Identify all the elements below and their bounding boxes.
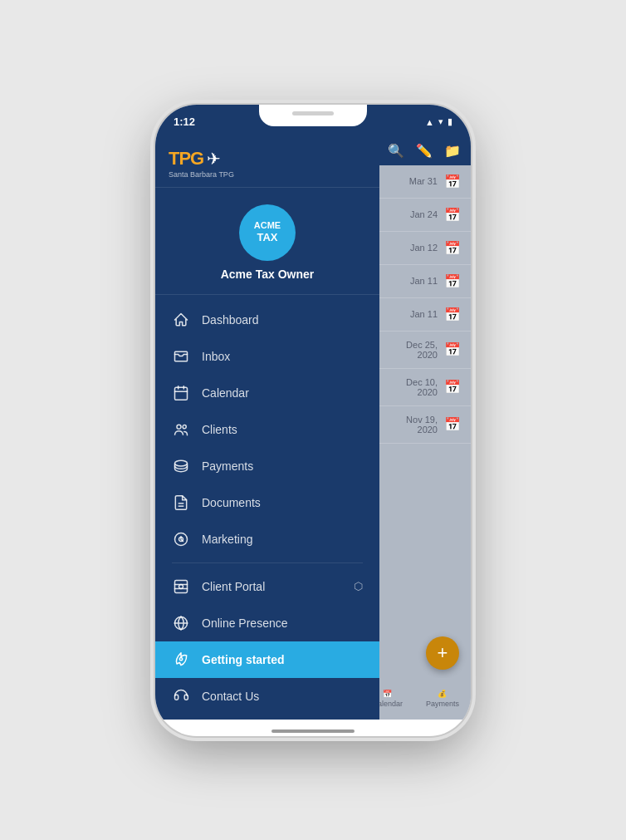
svg-rect-9 <box>175 580 188 592</box>
nav-list: Dashboard Inbox Calendar <box>155 295 379 720</box>
fab-button[interactable]: + <box>426 636 459 670</box>
sidebar-item-clients[interactable]: Clients <box>155 411 379 448</box>
sidebar-item-calendar[interactable]: Calendar <box>155 375 379 411</box>
date-label-4: Jan 11 <box>410 309 438 319</box>
battery-icon: ▮ <box>447 116 452 127</box>
svg-point-12 <box>179 657 182 660</box>
search-icon[interactable]: 🔍 <box>388 143 404 159</box>
calendar-check-icon-6: 📅 <box>444 379 461 395</box>
sidebar: TPG ✈ Santa Barbara TPG ACME TAX Acme Ta… <box>155 136 379 720</box>
calendar-check-icon-7: 📅 <box>444 416 461 432</box>
clients-label: Clients <box>202 423 363 436</box>
calendar-label: Calendar <box>202 386 363 400</box>
marketing-icon <box>172 530 190 548</box>
online-presence-label: Online Presence <box>202 616 363 630</box>
calendar-check-icon-2: 📅 <box>444 240 461 256</box>
date-label-0: Mar 31 <box>409 176 438 186</box>
avatar-line2: TAX <box>257 231 277 244</box>
signal-icon: ▲ <box>425 117 434 127</box>
portal-icon <box>172 577 190 596</box>
calendar-check-icon-5: 📅 <box>444 341 461 357</box>
payments-tab-icon: 💰 <box>438 690 447 698</box>
date-item: Jan 24 📅 <box>379 199 471 232</box>
date-item: Mar 31 📅 <box>379 165 471 199</box>
phone-frame: 1:12 ▲ ▾ ▮ TPG ✈ <box>155 105 471 736</box>
sidebar-item-contact-us[interactable]: Contact Us <box>155 678 379 715</box>
sidebar-item-payments[interactable]: Payments <box>155 448 379 484</box>
folder-icon[interactable]: 📁 <box>444 143 461 159</box>
sidebar-item-inbox[interactable]: Inbox <box>155 338 379 375</box>
svg-point-3 <box>183 425 186 428</box>
date-item: Jan 12 📅 <box>379 232 471 265</box>
getting-started-label: Getting started <box>202 653 363 666</box>
date-label-1: Jan 24 <box>410 209 438 219</box>
calendar-check-icon-4: 📅 <box>444 307 461 322</box>
marketing-label: Marketing <box>202 533 363 546</box>
date-item: Jan 11 📅 <box>379 298 471 332</box>
avatar: ACME TAX <box>239 204 296 261</box>
sidebar-item-client-portal[interactable]: Client Portal ⬡ <box>155 568 379 605</box>
screen: TPG ✈ Santa Barbara TPG ACME TAX Acme Ta… <box>155 136 471 720</box>
svg-rect-1 <box>175 387 188 400</box>
logo-text: TPG <box>169 148 203 169</box>
documents-label: Documents <box>202 496 363 509</box>
logo-icon: ✈ <box>207 149 221 169</box>
bottom-bar: 📅 Calendar 💰 Payments <box>379 678 471 720</box>
phone-wrapper: 1:12 ▲ ▾ ▮ TPG ✈ <box>155 105 471 736</box>
svg-point-2 <box>177 425 181 429</box>
calendar-tab-icon: 📅 <box>383 690 392 698</box>
sidebar-item-learning[interactable]: Learning <box>155 715 379 720</box>
logo-area: TPG ✈ <box>169 148 366 169</box>
logo-subtitle: Santa Barbara TPG <box>169 170 366 179</box>
dashboard-label: Dashboard <box>202 313 363 327</box>
date-list: Mar 31 📅 Jan 24 📅 Jan 12 📅 Jan 11 📅 <box>379 165 471 720</box>
tab-calendar[interactable]: 📅 Calendar <box>379 685 414 713</box>
date-label-5: Dec 25, 2020 <box>389 340 438 360</box>
right-panel: 🔍 ✏️ 📁 Mar 31 📅 Jan 24 📅 Jan 12 <box>379 136 471 720</box>
tab-payments[interactable]: 💰 Payments <box>414 685 471 713</box>
calendar-tab-label: Calendar <box>379 700 403 708</box>
date-item: Dec 10, 2020 📅 <box>379 369 471 406</box>
payments-icon <box>172 457 190 475</box>
date-label-2: Jan 12 <box>410 243 438 253</box>
inbox-icon <box>172 347 190 366</box>
calendar-check-icon-3: 📅 <box>444 273 461 289</box>
house-icon <box>172 311 190 329</box>
rocket-icon <box>172 651 190 669</box>
sidebar-item-online-presence[interactable]: Online Presence <box>155 605 379 641</box>
headset-icon <box>172 687 190 705</box>
logo-tpg: TPG ✈ <box>169 148 221 169</box>
notch-speaker <box>292 111 334 115</box>
status-time: 1:12 <box>174 115 195 128</box>
payments-label: Payments <box>202 459 363 473</box>
globe-icon <box>172 614 190 632</box>
date-label-3: Jan 11 <box>410 276 438 286</box>
sidebar-item-documents[interactable]: Documents <box>155 484 379 521</box>
side-btn-power <box>471 238 474 300</box>
date-item: Dec 25, 2020 📅 <box>379 332 471 369</box>
notch <box>259 105 367 126</box>
sidebar-header: TPG ✈ Santa Barbara TPG <box>155 136 379 188</box>
inbox-label: Inbox <box>202 350 363 363</box>
date-item: Jan 11 📅 <box>379 265 471 298</box>
date-label-7: Nov 19, 2020 <box>389 415 438 435</box>
external-link-icon: ⬡ <box>354 580 363 592</box>
payments-tab-label: Payments <box>426 700 459 708</box>
edit-icon[interactable]: ✏️ <box>416 143 433 159</box>
sidebar-item-marketing[interactable]: Marketing <box>155 521 379 558</box>
calendar-icon <box>172 384 190 402</box>
home-indicator <box>271 729 355 733</box>
sidebar-item-dashboard[interactable]: Dashboard <box>155 302 379 338</box>
sidebar-item-getting-started[interactable]: Getting started <box>155 641 379 678</box>
nav-divider-1 <box>172 562 363 563</box>
bottom-tabs: 📅 Calendar 💰 Payments <box>379 685 471 713</box>
wifi-icon: ▾ <box>438 116 443 127</box>
calendar-check-icon-0: 📅 <box>444 174 461 189</box>
client-portal-label: Client Portal <box>202 580 342 593</box>
profile-section: ACME TAX Acme Tax Owner <box>155 188 379 295</box>
status-icons: ▲ ▾ ▮ <box>425 116 452 127</box>
svg-point-4 <box>175 460 188 466</box>
avatar-line1: ACME <box>254 220 281 231</box>
clients-icon <box>172 420 190 439</box>
calendar-check-icon-1: 📅 <box>444 207 461 223</box>
